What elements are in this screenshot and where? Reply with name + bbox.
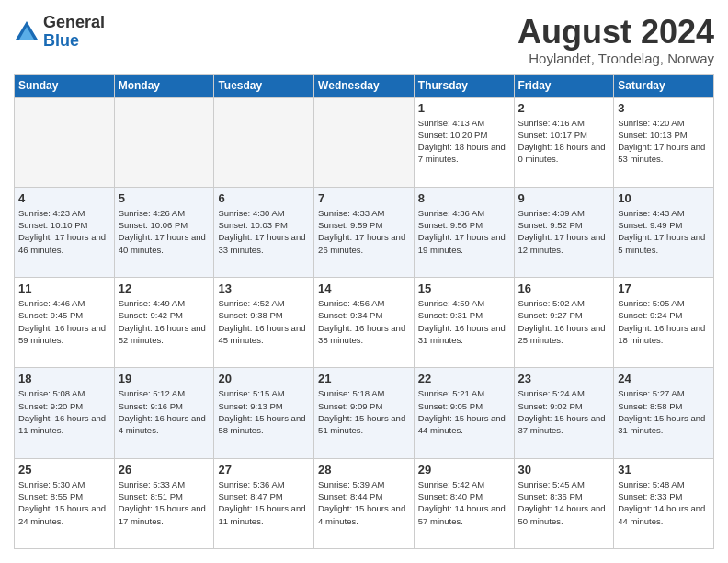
calendar-cell: 8Sunrise: 4:36 AMSunset: 9:56 PMDaylight…: [414, 187, 514, 277]
main-title: August 2024: [518, 14, 714, 51]
day-info: Sunrise: 4:36 AMSunset: 9:56 PMDaylight:…: [418, 207, 510, 256]
weekday-tuesday: Tuesday: [214, 74, 314, 97]
day-number: 16: [518, 282, 610, 295]
calendar-cell: 24Sunrise: 5:27 AMSunset: 8:58 PMDayligh…: [614, 368, 714, 458]
calendar-cell: 17Sunrise: 5:05 AMSunset: 9:24 PMDayligh…: [614, 278, 714, 368]
header: General Blue August 2024 Hoylandet, Tron…: [14, 14, 714, 66]
logo: General Blue: [14, 14, 105, 51]
weekday-thursday: Thursday: [414, 74, 514, 97]
day-number: 13: [218, 282, 310, 295]
week-row-1: 1Sunrise: 4:13 AMSunset: 10:20 PMDayligh…: [15, 97, 714, 187]
day-info: Sunrise: 4:26 AMSunset: 10:06 PMDaylight…: [119, 207, 210, 256]
weekday-friday: Friday: [514, 74, 614, 97]
week-row-3: 11Sunrise: 4:46 AMSunset: 9:45 PMDayligh…: [15, 278, 714, 368]
day-info: Sunrise: 5:24 AMSunset: 9:02 PMDaylight:…: [518, 387, 610, 436]
logo-icon: [14, 19, 40, 45]
day-info: Sunrise: 4:30 AMSunset: 10:03 PMDaylight…: [218, 207, 310, 256]
day-info: Sunrise: 5:18 AMSunset: 9:09 PMDaylight:…: [318, 387, 410, 436]
subtitle: Hoylandet, Trondelag, Norway: [518, 51, 714, 66]
day-number: 28: [318, 463, 410, 477]
day-number: 30: [518, 463, 610, 477]
page: General Blue August 2024 Hoylandet, Tron…: [0, 0, 728, 563]
calendar-cell: 29Sunrise: 5:42 AMSunset: 8:40 PMDayligh…: [414, 458, 514, 548]
calendar-cell: 23Sunrise: 5:24 AMSunset: 9:02 PMDayligh…: [514, 368, 614, 458]
day-info: Sunrise: 4:43 AMSunset: 9:49 PMDaylight:…: [618, 207, 710, 256]
weekday-wednesday: Wednesday: [314, 74, 415, 97]
calendar-cell: 11Sunrise: 4:46 AMSunset: 9:45 PMDayligh…: [15, 278, 115, 368]
weekday-saturday: Saturday: [614, 74, 714, 97]
calendar-cell: 25Sunrise: 5:30 AMSunset: 8:55 PMDayligh…: [15, 458, 115, 548]
weekday-monday: Monday: [114, 74, 214, 97]
day-number: 29: [418, 463, 510, 477]
calendar-cell: 5Sunrise: 4:26 AMSunset: 10:06 PMDayligh…: [114, 187, 214, 277]
day-number: 25: [18, 463, 110, 477]
logo-text: General Blue: [43, 14, 105, 51]
day-info: Sunrise: 5:02 AMSunset: 9:27 PMDaylight:…: [518, 297, 610, 346]
day-info: Sunrise: 5:27 AMSunset: 8:58 PMDaylight:…: [618, 387, 710, 436]
day-info: Sunrise: 5:21 AMSunset: 9:05 PMDaylight:…: [418, 387, 510, 436]
day-number: 23: [518, 372, 610, 385]
day-info: Sunrise: 4:13 AMSunset: 10:20 PMDaylight…: [418, 117, 510, 166]
day-info: Sunrise: 4:52 AMSunset: 9:38 PMDaylight:…: [218, 297, 310, 346]
day-number: 18: [18, 372, 110, 385]
day-number: 27: [218, 463, 310, 477]
calendar-cell: 19Sunrise: 5:12 AMSunset: 9:16 PMDayligh…: [114, 368, 214, 458]
day-number: 26: [119, 463, 210, 477]
day-info: Sunrise: 4:20 AMSunset: 10:13 PMDaylight…: [618, 117, 710, 166]
day-number: 22: [418, 372, 510, 385]
weekday-header-row: SundayMondayTuesdayWednesdayThursdayFrid…: [15, 74, 714, 97]
day-number: 19: [119, 372, 210, 385]
day-number: 4: [18, 191, 110, 205]
day-number: 11: [18, 282, 110, 295]
day-info: Sunrise: 4:33 AMSunset: 9:59 PMDaylight:…: [318, 207, 410, 256]
day-number: 6: [218, 191, 310, 205]
day-info: Sunrise: 5:39 AMSunset: 8:44 PMDaylight:…: [318, 478, 410, 527]
day-number: 31: [618, 463, 710, 477]
calendar-cell: 18Sunrise: 5:08 AMSunset: 9:20 PMDayligh…: [15, 368, 115, 458]
day-number: 8: [418, 191, 510, 205]
calendar-cell: 31Sunrise: 5:48 AMSunset: 8:33 PMDayligh…: [614, 458, 714, 548]
calendar-cell: 2Sunrise: 4:16 AMSunset: 10:17 PMDayligh…: [514, 97, 614, 187]
day-info: Sunrise: 5:42 AMSunset: 8:40 PMDaylight:…: [418, 478, 510, 527]
day-number: 24: [618, 372, 710, 385]
day-info: Sunrise: 5:15 AMSunset: 9:13 PMDaylight:…: [218, 387, 310, 436]
calendar-cell: [314, 97, 415, 187]
calendar-cell: [15, 97, 115, 187]
calendar-cell: 3Sunrise: 4:20 AMSunset: 10:13 PMDayligh…: [614, 97, 714, 187]
calendar-cell: [114, 97, 214, 187]
day-number: 1: [418, 101, 510, 115]
calendar-cell: 16Sunrise: 5:02 AMSunset: 9:27 PMDayligh…: [514, 278, 614, 368]
weekday-sunday: Sunday: [15, 74, 115, 97]
day-info: Sunrise: 5:08 AMSunset: 9:20 PMDaylight:…: [18, 387, 110, 436]
calendar-cell: [214, 97, 314, 187]
calendar-cell: 21Sunrise: 5:18 AMSunset: 9:09 PMDayligh…: [314, 368, 415, 458]
day-number: 12: [119, 282, 210, 295]
day-info: Sunrise: 4:16 AMSunset: 10:17 PMDaylight…: [518, 117, 610, 166]
week-row-5: 25Sunrise: 5:30 AMSunset: 8:55 PMDayligh…: [15, 458, 714, 548]
day-info: Sunrise: 5:45 AMSunset: 8:36 PMDaylight:…: [518, 478, 610, 527]
logo-blue: Blue: [43, 32, 105, 51]
calendar-cell: 10Sunrise: 4:43 AMSunset: 9:49 PMDayligh…: [614, 187, 714, 277]
day-info: Sunrise: 4:56 AMSunset: 9:34 PMDaylight:…: [318, 297, 410, 346]
day-info: Sunrise: 4:39 AMSunset: 9:52 PMDaylight:…: [518, 207, 610, 256]
calendar-cell: 1Sunrise: 4:13 AMSunset: 10:20 PMDayligh…: [414, 97, 514, 187]
day-number: 21: [318, 372, 410, 385]
day-number: 14: [318, 282, 410, 295]
calendar-cell: 27Sunrise: 5:36 AMSunset: 8:47 PMDayligh…: [214, 458, 314, 548]
day-info: Sunrise: 4:59 AMSunset: 9:31 PMDaylight:…: [418, 297, 510, 346]
calendar-cell: 7Sunrise: 4:33 AMSunset: 9:59 PMDaylight…: [314, 187, 415, 277]
calendar-cell: 30Sunrise: 5:45 AMSunset: 8:36 PMDayligh…: [514, 458, 614, 548]
title-block: August 2024 Hoylandet, Trondelag, Norway: [518, 14, 714, 66]
day-number: 15: [418, 282, 510, 295]
logo-general: General: [43, 14, 105, 32]
calendar-cell: 12Sunrise: 4:49 AMSunset: 9:42 PMDayligh…: [114, 278, 214, 368]
day-info: Sunrise: 5:36 AMSunset: 8:47 PMDaylight:…: [218, 478, 310, 527]
day-info: Sunrise: 5:12 AMSunset: 9:16 PMDaylight:…: [119, 387, 210, 436]
calendar-cell: 4Sunrise: 4:23 AMSunset: 10:10 PMDayligh…: [15, 187, 115, 277]
day-number: 5: [119, 191, 210, 205]
calendar-cell: 9Sunrise: 4:39 AMSunset: 9:52 PMDaylight…: [514, 187, 614, 277]
day-number: 10: [618, 191, 710, 205]
day-info: Sunrise: 4:49 AMSunset: 9:42 PMDaylight:…: [119, 297, 210, 346]
calendar-cell: 14Sunrise: 4:56 AMSunset: 9:34 PMDayligh…: [314, 278, 415, 368]
day-number: 20: [218, 372, 310, 385]
